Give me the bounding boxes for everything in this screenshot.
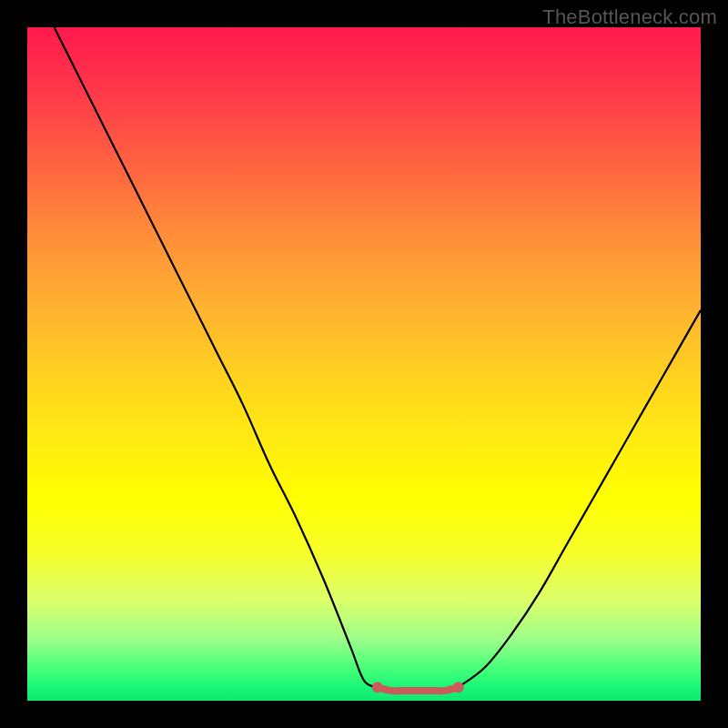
valley-floor	[378, 687, 459, 691]
curve-right	[459, 310, 701, 687]
curve-left	[55, 27, 378, 687]
valley-dot-right	[453, 682, 464, 693]
chart-curves-svg	[27, 27, 701, 701]
chart-frame: TheBottleneck.com	[0, 0, 728, 728]
valley-dot-left	[372, 682, 383, 693]
watermark-text: TheBottleneck.com	[542, 5, 717, 29]
